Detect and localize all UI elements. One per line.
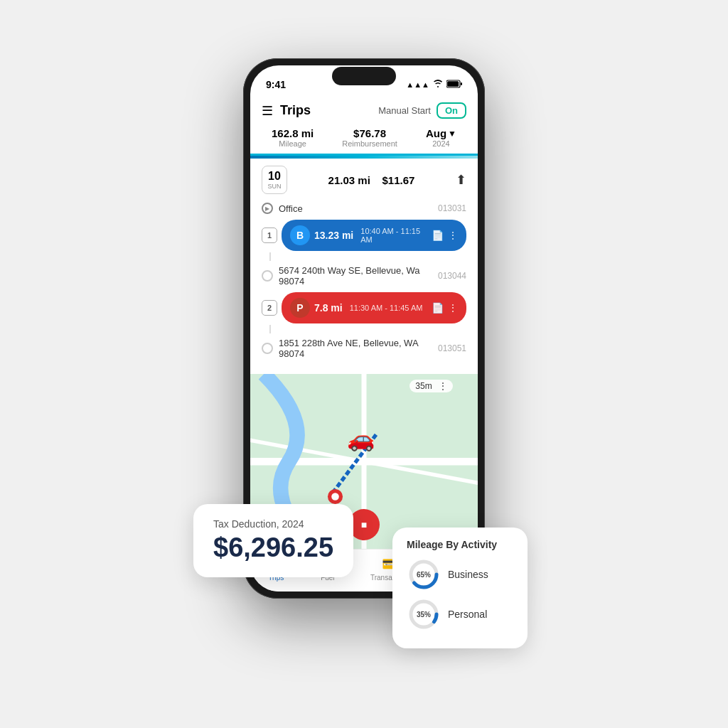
mileage-value: 162.8 mi — [272, 127, 314, 139]
trip-icons-2: 📄 ⋮ — [432, 302, 458, 314]
location-code-3: 013051 — [438, 343, 466, 353]
location-code-1: 013031 — [438, 203, 466, 213]
timeline-dot-3 — [262, 343, 273, 354]
trip-avatar-2: P — [290, 298, 310, 318]
business-label: Business — [448, 569, 488, 580]
scene: 9:41 ▲▲▲ ☰ Trips — [215, 58, 513, 670]
stats-row: 162.8 mi Mileage $76.78 Reimbursement Au… — [250, 123, 478, 156]
mileage-stat: 162.8 mi Mileage — [272, 127, 314, 148]
trip-card-1[interactable]: B 13.23 mi 10:40 AM - 11:15 AM 📄 ⋮ — [282, 220, 466, 251]
mileage-label: Mileage — [272, 139, 314, 148]
trip-row-1: 1 B 13.23 mi 10:40 AM - 11:15 AM 📄 ⋮ — [256, 218, 472, 252]
timeline-dot-1: ▶ — [262, 203, 273, 214]
day-number: 10 — [268, 170, 281, 183]
svg-rect-1 — [447, 81, 459, 87]
trip-summary: 21.03 mi $11.67 — [296, 174, 447, 186]
document-icon-1[interactable]: 📄 — [432, 230, 444, 241]
header: ☰ Trips Manual Start On — [250, 97, 478, 123]
mileage-activity-card: Mileage By Activity 65% Business 35% Per… — [392, 528, 528, 648]
document-icon-2[interactable]: 📄 — [432, 302, 444, 314]
tax-label: Tax Deduction, 2024 — [213, 518, 333, 530]
trip-distance-1: 13.23 mi — [314, 230, 353, 241]
svg-text:🚗: 🚗 — [347, 425, 375, 452]
personal-donut: 35% — [407, 597, 441, 631]
svg-rect-2 — [461, 82, 462, 85]
location-name-2: 5674 240th Way SE, Bellevue, Wa 98074 — [279, 265, 432, 287]
reimbursement-value: $76.78 — [342, 127, 397, 139]
timeline-line-2 — [269, 325, 271, 333]
trip-row-2: 2 P 7.8 mi 11:30 AM - 11:45 AM 📄 ⋮ — [256, 291, 472, 325]
more-icon-1[interactable]: ⋮ — [448, 230, 458, 241]
battery-icon — [446, 80, 462, 90]
play-icon: ▶ — [265, 205, 269, 212]
map-more-icon[interactable]: ⋮ — [439, 381, 447, 391]
period-stat[interactable]: Aug ▼ 2024 — [426, 127, 456, 148]
location-name-1: Office — [279, 203, 432, 214]
trip-day-header: 10 SUN 21.03 mi $11.67 ⬆ — [250, 159, 478, 198]
trip-num-1: 1 — [262, 228, 277, 243]
reimbursement-label: Reimbursement — [342, 139, 397, 148]
svg-point-10 — [331, 493, 339, 500]
trip-num-2: 2 — [262, 300, 277, 316]
menu-icon[interactable]: ☰ — [262, 103, 273, 119]
export-icon[interactable]: ⬆ — [456, 172, 466, 188]
period-year: 2024 — [426, 139, 456, 148]
business-row: 65% Business — [407, 557, 513, 592]
header-right: Manual Start On — [378, 102, 466, 119]
period-value: Aug — [426, 127, 446, 139]
on-toggle[interactable]: On — [437, 102, 466, 119]
mileage-title: Mileage By Activity — [407, 539, 513, 550]
personal-pct: 35% — [417, 611, 431, 619]
business-pct: 65% — [417, 571, 431, 579]
trip-card-2[interactable]: P 7.8 mi 11:30 AM - 11:45 AM 📄 ⋮ — [282, 292, 466, 323]
business-donut: 65% — [407, 557, 441, 592]
location-row-1: ▶ Office 013031 — [256, 198, 472, 218]
timeline: ▶ Office 013031 1 B 13.23 mi 10:40 — [250, 198, 478, 374]
trip-distance-2: 7.8 mi — [314, 302, 343, 314]
map-time-badge: 35m ⋮ — [410, 380, 453, 392]
trip-time-1: 10:40 AM - 11:15 AM — [360, 227, 427, 244]
trip-icons-1: 📄 ⋮ — [432, 230, 458, 241]
tax-value: $6,296.25 — [213, 532, 333, 563]
location-row-2: 5674 240th Way SE, Bellevue, Wa 98074 01… — [256, 261, 472, 291]
personal-row: 35% Personal — [407, 597, 513, 631]
status-icons: ▲▲▲ — [406, 80, 462, 90]
header-title: Trips — [280, 103, 311, 118]
timeline-line-1 — [269, 252, 271, 261]
location-row-3: 1851 228th Ave NE, Bellevue, WA 98074 01… — [256, 333, 472, 363]
location-name-3: 1851 228th Ave NE, Bellevue, WA 98074 — [279, 338, 432, 359]
signal-icon: ▲▲▲ — [406, 80, 429, 89]
day-name: SUN — [267, 183, 281, 190]
manual-start-label: Manual Start — [378, 105, 431, 116]
wifi-icon — [433, 80, 443, 90]
header-left: ☰ Trips — [262, 103, 311, 119]
day-badge: 10 SUN — [262, 166, 287, 194]
trip-time-2: 11:30 AM - 11:45 AM — [350, 304, 427, 312]
timeline-dot-2 — [262, 270, 273, 282]
location-code-2: 013044 — [438, 271, 466, 281]
more-icon-2[interactable]: ⋮ — [448, 302, 458, 314]
personal-label: Personal — [448, 609, 487, 620]
trip-avatar-1: B — [290, 225, 310, 245]
status-time: 9:41 — [266, 79, 286, 90]
reimbursement-stat: $76.78 Reimbursement — [342, 127, 397, 148]
dynamic-island — [332, 67, 396, 85]
tax-deduction-card: Tax Deduction, 2024 $6,296.25 — [193, 504, 353, 577]
